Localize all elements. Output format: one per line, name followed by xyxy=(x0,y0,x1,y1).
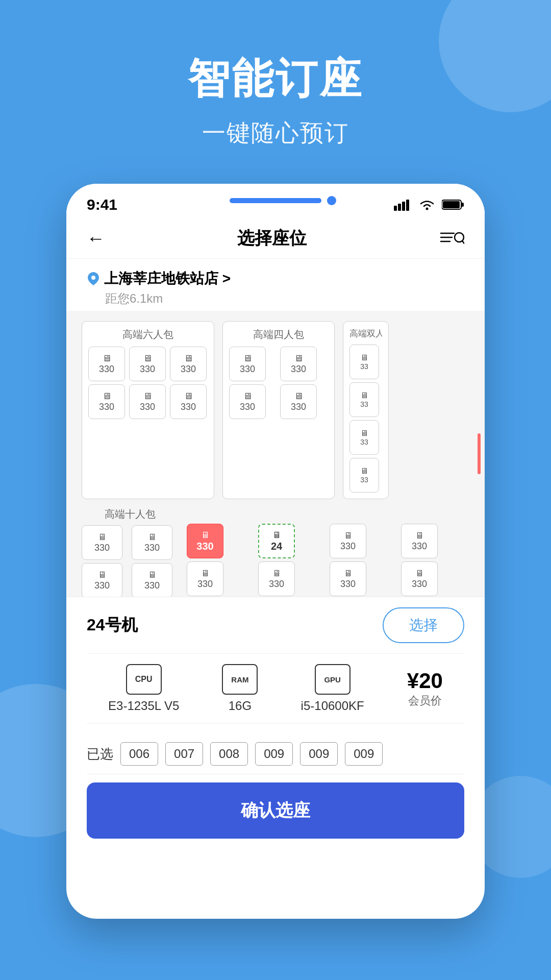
seat-tag-009b[interactable]: 009 xyxy=(300,742,338,766)
section-10-label: 高端十人包 xyxy=(82,507,179,521)
seat-item[interactable]: 🖥330 xyxy=(129,384,166,419)
bottom-sections: 高端十人包 🖥330 🖥330 🖥330 🖥330 🖥330 🖥330 🖥330… xyxy=(82,507,469,597)
seat-item[interactable]: 🖥330 xyxy=(170,384,207,419)
seat-item[interactable]: 🖥330 xyxy=(88,384,125,419)
ram-icon-box: RAM xyxy=(222,664,258,695)
seat-item[interactable]: 🖥330 xyxy=(88,347,125,381)
svg-rect-3 xyxy=(406,200,409,211)
nav-bar: ← 选择座位 xyxy=(66,218,485,259)
ram-label: 16G xyxy=(229,699,252,713)
svg-rect-1 xyxy=(398,204,401,211)
seat-item[interactable]: 🖥330 xyxy=(170,347,207,381)
seat-tag-009a[interactable]: 009 xyxy=(255,742,293,766)
signal-icon xyxy=(394,199,412,211)
location-bar: 上海莘庄地铁站店 > 距您6.1km xyxy=(66,259,485,311)
status-time: 9:41 xyxy=(87,196,117,213)
phone-mockup: 9:41 xyxy=(66,184,485,919)
section-4-label: 高端四人包 xyxy=(229,328,328,341)
page-title: 选择座位 xyxy=(237,227,307,250)
seat-item[interactable]: 🖥330 xyxy=(401,561,438,596)
seat-item[interactable]: 🖥330 xyxy=(229,384,266,419)
seat-item[interactable]: 🖥33 xyxy=(349,382,379,417)
svg-rect-0 xyxy=(394,206,397,211)
section-6-label: 高端六人包 xyxy=(88,328,208,341)
seat-tag-009c[interactable]: 009 xyxy=(345,742,383,766)
hero-section: 智能订座 一键随心预订 xyxy=(0,51,551,149)
svg-rect-7 xyxy=(443,201,460,208)
seat-item[interactable]: 🖥33 xyxy=(349,420,379,455)
svg-rect-6 xyxy=(461,203,464,207)
search-filter-button[interactable] xyxy=(439,229,464,248)
seat-item[interactable]: 🖥33 xyxy=(349,458,379,493)
status-pill xyxy=(230,198,321,203)
svg-point-4 xyxy=(426,208,429,210)
seat-item[interactable]: 🖥330 xyxy=(187,561,223,596)
seat-item[interactable]: 🖥330 xyxy=(330,524,366,558)
price-label: 会员价 xyxy=(408,693,442,708)
gpu-icon-box: GPU xyxy=(315,664,350,695)
seat-item[interactable]: 🖥330 xyxy=(129,347,166,381)
back-button[interactable]: ← xyxy=(87,228,105,249)
seat-selected[interactable]: 🖥24 xyxy=(258,524,295,558)
section-10-left: 高端十人包 🖥330 🖥330 🖥330 🖥330 🖥330 🖥330 🖥330… xyxy=(82,507,179,597)
price-item: ¥20 会员价 xyxy=(407,669,443,708)
status-icons xyxy=(394,199,464,211)
section-2person: 高端双人 🖥33 🖥33 🖥33 🖥33 xyxy=(343,321,389,499)
svg-point-13 xyxy=(91,276,95,280)
seat-item[interactable]: 🖥330 xyxy=(330,561,366,596)
seat-item[interactable]: 🖥330 xyxy=(258,561,295,596)
seat-item[interactable]: 🖥330 xyxy=(229,347,266,381)
selected-seats-row: 已选 006 007 008 009 009 009 xyxy=(87,734,464,774)
svg-line-12 xyxy=(462,241,464,243)
hero-title: 智能订座 xyxy=(0,51,551,107)
seat-item[interactable]: 🖥330 xyxy=(132,563,172,597)
seat-occupied: 🖥330 xyxy=(187,524,223,558)
select-seat-button[interactable]: 选择 xyxy=(383,607,464,643)
selected-label: 已选 xyxy=(87,745,113,763)
wifi-icon xyxy=(418,199,436,211)
section-2-label: 高端双人 xyxy=(349,328,382,339)
status-dot xyxy=(327,196,336,205)
filter-search-icon xyxy=(439,229,464,248)
seat-item[interactable]: 🖥330 xyxy=(280,384,317,419)
machine-row: 24号机 选择 xyxy=(87,607,464,643)
battery-icon xyxy=(442,199,464,210)
top-sections: 高端六人包 🖥330 🖥330 🖥330 🖥330 🖥330 🖥330 高端四人… xyxy=(82,321,469,499)
machine-name: 24号机 xyxy=(87,614,138,636)
seat-item[interactable]: 🖥33 xyxy=(349,345,379,379)
svg-rect-2 xyxy=(402,202,405,211)
cpu-icon-box: CPU xyxy=(126,664,162,695)
seat-item[interactable]: 🖥330 xyxy=(401,524,438,558)
seat-item[interactable]: 🖥330 xyxy=(280,347,317,381)
seat-map[interactable]: 高端六人包 🖥330 🖥330 🖥330 🖥330 🖥330 🖥330 高端四人… xyxy=(66,311,485,597)
seat-tag-006[interactable]: 006 xyxy=(120,742,158,766)
location-icon xyxy=(87,271,100,286)
cpu-label: E3-1235L V5 xyxy=(108,699,179,713)
confirm-button[interactable]: 确认选座 xyxy=(87,782,464,839)
seat-tag-007[interactable]: 007 xyxy=(165,742,203,766)
location-distance: 距您6.1km xyxy=(87,290,464,307)
ram-spec: RAM 16G xyxy=(222,664,258,713)
price-value: ¥20 xyxy=(407,669,443,693)
section-4person: 高端四人包 🖥330 🖥330 🖥330 🖥330 xyxy=(222,321,335,499)
seat-item[interactable]: 🖥330 xyxy=(82,563,122,597)
gpu-label: i5-10600KF xyxy=(301,699,364,713)
seat-tag-008[interactable]: 008 xyxy=(210,742,248,766)
section-6person: 高端六人包 🖥330 🖥330 🖥330 🖥330 🖥330 🖥330 xyxy=(82,321,214,499)
seat-item[interactable]: 🖥330 xyxy=(132,525,172,560)
status-bar: 9:41 xyxy=(66,184,485,218)
location-name[interactable]: 上海莘庄地铁站店 > xyxy=(87,269,464,288)
bottom-panel: 24号机 选择 CPU E3-1235L V5 RAM 16G xyxy=(66,597,485,849)
cpu-spec: CPU E3-1235L V5 xyxy=(108,664,179,713)
specs-row: CPU E3-1235L V5 RAM 16G GPU i5-10600KF xyxy=(87,653,464,724)
scroll-indicator xyxy=(478,433,481,474)
seat-item[interactable]: 🖥330 xyxy=(82,525,122,560)
section-10-right: 🖥330 🖥24 🖥330 🖥330 🖥330 🖥330 🖥330 🖥330 xyxy=(187,524,469,597)
hero-subtitle: 一键随心预订 xyxy=(0,117,551,149)
gpu-spec: GPU i5-10600KF xyxy=(301,664,364,713)
